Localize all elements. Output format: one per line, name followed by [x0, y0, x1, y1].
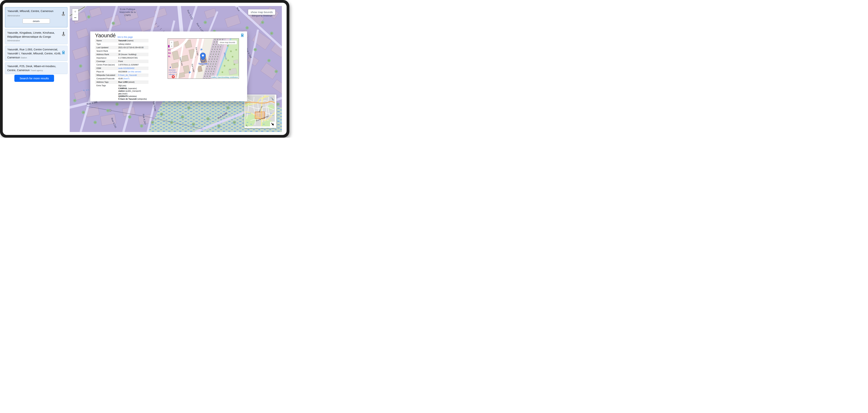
table-row: OSMnode 6310626492 — [95, 67, 149, 70]
hospital-icon — [172, 75, 175, 78]
wikipedia-link[interactable]: fr:Gare_de_Yaoundé — [118, 74, 137, 76]
postcode-how-link[interactable]: (how?) — [123, 77, 130, 80]
parking-icon: P — [200, 48, 203, 51]
details-panel: Yaoundé link to this page NameYaoundé (n… — [90, 31, 247, 101]
poi-letters: RL — [168, 56, 170, 58]
result-category: Administrative — [7, 14, 65, 17]
parking-icon: P — [189, 71, 191, 74]
table-row: NameYaoundé (name) — [95, 39, 149, 42]
monument-icon — [61, 11, 65, 16]
train-icon — [240, 33, 244, 37]
monument-icon — [62, 32, 65, 36]
minimap-bounds-button[interactable]: show map bounds — [218, 40, 237, 44]
svg-text:show map bounds: show map bounds — [220, 41, 235, 43]
table-row: Computed Postcode4149 (how?) — [95, 77, 149, 81]
police-label: udicaire — [169, 73, 175, 75]
table-row: Place Id69228808 (on this server) — [95, 70, 149, 73]
marker-label: Yaoundé — [198, 63, 208, 65]
minimap-zoom-in-button[interactable]: + — [171, 41, 172, 44]
table-row: Typerailway:station — [95, 42, 149, 46]
leaflet-link[interactable]: Leaflet — [211, 76, 216, 78]
train-icon — [62, 51, 65, 55]
details-button[interactable]: details — [23, 19, 50, 24]
overview-label: Ewoué — [246, 112, 251, 114]
result-title: Yaoundé, Mfoundi, Centre, Cameroun — [7, 9, 65, 13]
link-to-this-page[interactable]: link to this page — [118, 36, 133, 38]
details-table: NameYaoundé (name) Typerailway:station L… — [95, 39, 149, 101]
place-title: Yaoundé — [95, 33, 116, 38]
on-this-server-link[interactable]: (on this server) — [128, 70, 141, 73]
poi-letters: RA — [168, 52, 171, 54]
minimap-zoom-control: + − — [169, 40, 174, 48]
search-results-sidebar: Yaoundé, Mfoundi, Centre, Cameroun Admin… — [3, 3, 70, 135]
table-row: Search Rank30 — [95, 49, 149, 53]
minimap-zoom-out-button[interactable]: − — [171, 44, 172, 47]
overview-map-image: Ewoué Rue 4.098 Rue de Kondengui Sang Ru… — [245, 95, 275, 126]
table-row: Importance0.1708812954247281 — [95, 56, 149, 60]
table-row: Address TagsRue 1.093 (street) — [95, 81, 149, 84]
table-row: Last Updated2021-03-11T18:41:09+00:00 — [95, 46, 149, 49]
table-row: Address Rank30 (house / building) — [95, 53, 149, 56]
result-card-1[interactable]: Yaoundé, Mfoundi, Centre, Cameroun Admin… — [5, 7, 67, 28]
detail-map-image: Rue 1.093 Rue 1.093 Rue 1.015 Mfoundi P … — [168, 38, 239, 78]
result-category: Administrative — [7, 39, 65, 42]
result-category: Station — [21, 57, 27, 59]
zoom-in-button[interactable]: + — [72, 9, 78, 15]
osm-node-link[interactable]: node 6310626492 — [118, 67, 134, 69]
zoom-out-button[interactable]: − — [72, 15, 78, 21]
result-card-2[interactable]: Yaounde, Kingabwa, Limete, Kinshasa, Rép… — [5, 29, 67, 44]
show-map-bounds-button[interactable]: show map bounds — [248, 9, 275, 15]
screenshot-stage: Yaoundé, Mfoundi, Centre, Cameroun Admin… — [0, 0, 289, 138]
result-card-4[interactable]: Yaoundé, P25, Deuk, Mbam-et-Inoubou, Cen… — [5, 62, 67, 74]
app-content: Yaoundé, Mfoundi, Centre, Cameroun Admin… — [3, 3, 287, 135]
detail-minimap[interactable]: Rue 1.093 Rue 1.093 Rue 1.015 Mfoundi P … — [167, 38, 239, 79]
map-attribution: Leaflet | OpenStreetMap contributors — [211, 76, 238, 78]
osm-contributors-link[interactable]: OpenStreetMap contributors — [217, 76, 238, 78]
result-title: Yaoundé, Rue 1.093, Centre Commercial, Y… — [7, 47, 65, 59]
result-category: Travel agency — [30, 69, 43, 71]
result-title: Yaoundé, P25, Deuk, Mbam-et-Inoubou, Cen… — [7, 64, 65, 72]
search-more-button[interactable]: Search for more results — [14, 75, 54, 82]
overview-minimap[interactable]: Ewoué Rue 4.098 Rue de Kondengui Sang Ru… — [244, 95, 276, 128]
result-title: Yaounde, Kingabwa, Limete, Kinshasa, Rép… — [7, 31, 65, 39]
result-card-3[interactable]: Yaoundé, Rue 1.093, Centre Commercial, Y… — [5, 46, 67, 61]
school-label-cnps: Ecole Publique Maternelle de la CNPS — [118, 8, 137, 17]
police-label: Direction — [169, 69, 176, 71]
map-zoom-control: + − — [72, 9, 78, 21]
table-row: Wikipedia Calculatedfr:Gare_de_Yaoundé — [95, 73, 149, 77]
table-row: Extra Tags 712 (ele) CAMRAIL (operator) … — [95, 84, 149, 101]
poi-letters: ES — [168, 49, 171, 51]
overview-toggle-button[interactable] — [270, 122, 275, 126]
table-row: CoveragePoint — [95, 60, 149, 63]
table-row: Centre Point (lat,lon)3.8707816,11.52589… — [95, 63, 149, 67]
police-label: e la Police — [169, 71, 177, 73]
